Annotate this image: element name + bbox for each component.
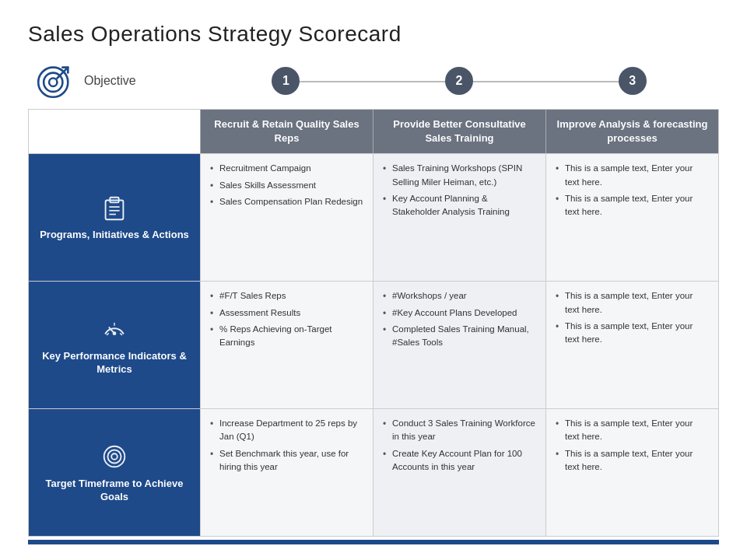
- programs-list-3: This is a sample text, Enter your text h…: [556, 162, 709, 219]
- table-header: Recruit & Retain Quality Sales Reps Prov…: [29, 110, 718, 153]
- programs-list-1: Recruitment Campaign Sales Skills Assess…: [210, 162, 363, 208]
- list-item: #F/T Sales Reps: [210, 289, 363, 303]
- timeframe-list-2: Conduct 3 Sales Training Workforce in th…: [383, 417, 536, 474]
- num-col-3: 3: [545, 67, 719, 95]
- kpi-list-3: This is a sample text, Enter your text h…: [556, 289, 709, 346]
- th-col-3: Improve Analysis & forecasting processes: [545, 110, 718, 153]
- gauge-icon: [100, 314, 129, 344]
- row-data-timeframe-2: Conduct 3 Sales Training Workforce in th…: [373, 409, 545, 536]
- objective-label: Objective: [84, 74, 136, 88]
- row-label-kpi-text: Key Performance Indicators & Metrics: [37, 350, 192, 376]
- row-label-programs-text: Programs, Initiatives & Actions: [40, 229, 189, 242]
- num-circle-3: 3: [619, 67, 647, 95]
- list-item: This is a sample text, Enter your text h…: [556, 192, 709, 219]
- list-item: This is a sample text, Enter your text h…: [556, 162, 709, 189]
- header-row: Objective 1 2 3: [28, 61, 719, 101]
- list-item: Key Account Planning & Stakeholder Analy…: [383, 192, 536, 219]
- list-item: Conduct 3 Sales Training Workforce in th…: [383, 417, 536, 444]
- list-item: % Reps Achieving on-Target Earnings: [210, 323, 363, 350]
- svg-line-11: [107, 333, 109, 334]
- row-data-timeframe-1: Increase Department to 25 reps by Jan (Q…: [200, 409, 373, 536]
- th-col-1: Recruit & Retain Quality Sales Reps: [200, 110, 373, 153]
- num-col-1: 1: [199, 67, 373, 95]
- list-item: This is a sample text, Enter your text h…: [556, 289, 709, 317]
- row-data-timeframe-3: This is a sample text, Enter your text h…: [545, 409, 718, 536]
- list-item: #Workshops / year: [383, 289, 536, 303]
- page-title: Sales Operations Strategy Scorecard: [28, 22, 719, 47]
- table-row-kpi: Key Performance Indicators & Metrics #F/…: [29, 281, 718, 408]
- target-icon: [34, 61, 75, 101]
- row-label-kpi: Key Performance Indicators & Metrics: [29, 282, 200, 408]
- row-label-timeframe: Target Timeframe to Achieve Goals: [29, 409, 200, 536]
- list-item: Sales Training Workshops (SPIN Selling M…: [383, 162, 536, 189]
- row-data-programs-2: Sales Training Workshops (SPIN Selling M…: [373, 154, 545, 281]
- row-data-kpi-2: #Workshops / year #Key Account Plans Dev…: [373, 282, 545, 408]
- svg-point-2: [49, 79, 57, 86]
- kpi-list-2: #Workshops / year #Key Account Plans Dev…: [383, 289, 536, 349]
- svg-point-15: [107, 450, 121, 463]
- timeframe-list-3: This is a sample text, Enter your text h…: [556, 417, 709, 474]
- clipboard-icon: [100, 193, 129, 222]
- row-data-kpi-3: This is a sample text, Enter your text h…: [545, 282, 718, 408]
- timeframe-list-1: Increase Department to 25 reps by Jan (Q…: [210, 417, 363, 474]
- programs-list-2: Sales Training Workshops (SPIN Selling M…: [383, 162, 536, 219]
- list-item: This is a sample text, Enter your text h…: [556, 320, 709, 347]
- page: Sales Operations Strategy Scorecard Obje…: [0, 0, 747, 560]
- num-circle-2: 2: [445, 67, 473, 95]
- list-item: This is a sample text, Enter your text h…: [556, 447, 709, 474]
- num-circle-1: 1: [272, 67, 300, 95]
- list-item: Set Benchmark this year, use for hiring …: [210, 447, 363, 474]
- list-item: Completed Sales Training Manual, #Sales …: [383, 323, 536, 350]
- row-data-programs-3: This is a sample text, Enter your text h…: [545, 154, 718, 281]
- list-item: Sales Compensation Plan Redesign: [210, 195, 363, 208]
- table-row-timeframe: Target Timeframe to Achieve Goals Increa…: [29, 408, 718, 536]
- svg-line-12: [121, 333, 122, 334]
- svg-point-16: [111, 453, 117, 460]
- list-item: Create Key Account Plan for 100 Accounts…: [383, 447, 536, 474]
- table-row-programs: Programs, Initiatives & Actions Recruitm…: [29, 153, 718, 281]
- scorecard-table: Recruit & Retain Quality Sales Reps Prov…: [28, 109, 719, 537]
- row-data-kpi-1: #F/T Sales Reps Assessment Results % Rep…: [200, 282, 373, 408]
- row-label-timeframe-text: Target Timeframe to Achieve Goals: [37, 478, 192, 504]
- objective-cell: Objective: [28, 61, 199, 101]
- list-item: Sales Skills Assessment: [210, 179, 363, 192]
- row-data-programs-1: Recruitment Campaign Sales Skills Assess…: [200, 154, 373, 281]
- kpi-list-1: #F/T Sales Reps Assessment Results % Rep…: [210, 289, 363, 349]
- list-item: Assessment Results: [210, 306, 363, 320]
- svg-point-10: [113, 331, 117, 335]
- list-item: Recruitment Campaign: [210, 162, 363, 175]
- bottom-bar: [28, 540, 719, 544]
- row-label-programs: Programs, Initiatives & Actions: [29, 154, 200, 281]
- list-item: #Key Account Plans Developed: [383, 306, 536, 320]
- numbered-cols: 1 2 3: [199, 67, 719, 95]
- list-item: This is a sample text, Enter your text h…: [556, 417, 709, 444]
- th-col-2: Provide Better Consultative Sales Traini…: [373, 110, 545, 153]
- bullseye-icon: [100, 442, 129, 471]
- num-col-2: 2: [373, 67, 546, 95]
- list-item: Increase Department to 25 reps by Jan (Q…: [210, 417, 363, 444]
- th-label-empty: [29, 110, 200, 153]
